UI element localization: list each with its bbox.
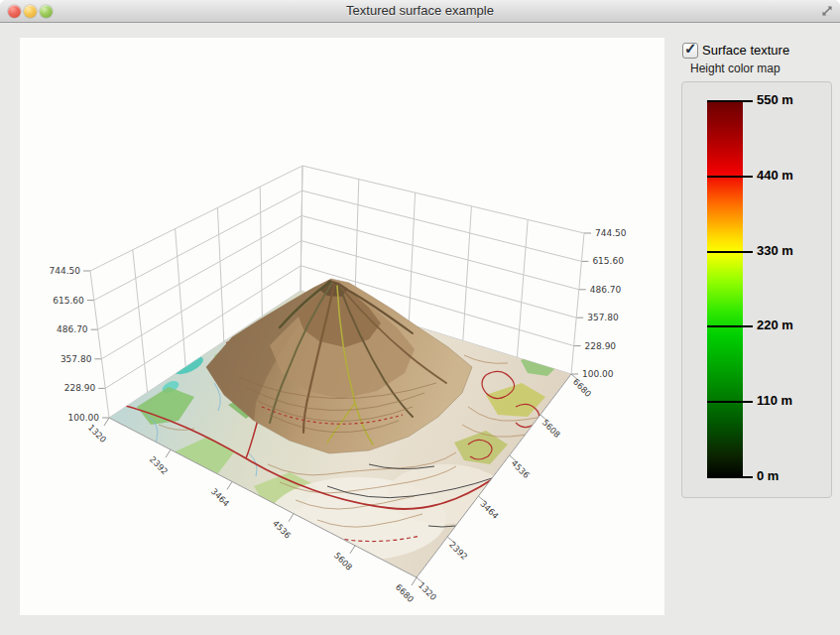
z-axis-label: 6680 (571, 377, 593, 399)
legend-tick-line (707, 100, 753, 102)
legend-tick-line (707, 251, 753, 253)
window-titlebar: Textured surface example (0, 0, 840, 23)
x-axis-label: 4536 (271, 518, 293, 540)
x-axis-label: 5608 (332, 550, 354, 572)
x-axis-label: 3464 (209, 486, 231, 508)
y-axis-label: 486.70 (57, 324, 88, 334)
y-axis-label: 228.90 (64, 383, 96, 393)
legend-tick-line (707, 325, 753, 327)
window-title: Textured surface example (0, 3, 840, 18)
z-axis-label: 4536 (510, 458, 532, 480)
z-axis-label: 2392 (447, 540, 469, 562)
legend-gradient-bar (707, 101, 743, 478)
z-axis-label: 1320 (417, 580, 438, 602)
y-axis-label: 615.60 (53, 296, 84, 306)
z-axis-label: 5608 (540, 418, 562, 440)
legend-tick-label: 440 m (757, 168, 793, 183)
legend-tick-line (707, 401, 753, 403)
y-axis-label: 100.00 (68, 413, 100, 423)
legend-tick-label: 110 m (757, 393, 792, 408)
x-axis-label: 6680 (394, 582, 416, 604)
legend-tick-label: 0 m (757, 468, 779, 483)
y-axis-label: 228.90 (585, 341, 617, 351)
app-window: Textured surface example (0, 0, 840, 635)
legend-tick-line (707, 476, 753, 478)
y-axis-label: 486.70 (590, 285, 622, 295)
y-axis-label: 100.00 (582, 369, 614, 379)
height-color-map-legend: 550 m440 m330 m220 m110 m0 m (681, 81, 832, 498)
x-axis-label: 1320 (86, 423, 108, 444)
y-axis-label: 357.80 (587, 313, 619, 322)
legend-tick-line (707, 176, 753, 178)
x-axis-label: 2392 (148, 454, 170, 476)
legend-tick-label: 220 m (757, 318, 793, 332)
surface-texture-checkbox[interactable] (682, 43, 698, 59)
fullscreen-icon[interactable] (819, 3, 835, 19)
y-axis-label: 744.50 (50, 266, 81, 276)
y-axis-label: 744.50 (595, 228, 627, 238)
y-axis-label: 357.80 (60, 354, 92, 364)
legend-tick-label: 330 m (757, 243, 793, 258)
z-axis-label: 3464 (478, 499, 500, 521)
legend-tick-label: 550 m (757, 92, 793, 107)
height-color-map-label: Height color map (690, 62, 780, 75)
surface-plot-view[interactable]: 744.50744.50615.60615.60486.70486.70357.… (20, 38, 664, 615)
surface-texture-label: Surface texture (702, 43, 789, 58)
y-axis-label: 615.60 (592, 256, 624, 266)
